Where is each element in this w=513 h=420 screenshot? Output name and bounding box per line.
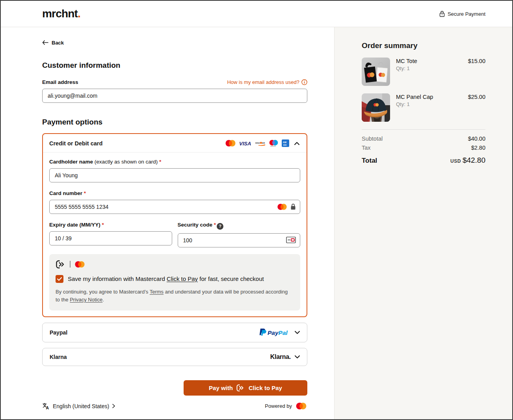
summary-divider (362, 129, 485, 130)
click-to-pay-link[interactable]: Click to Pay (167, 275, 198, 282)
svg-text:PayPal: PayPal (268, 329, 288, 336)
payment-options-title: Payment options (42, 118, 307, 126)
svg-text:VISA: VISA (239, 141, 251, 146)
field-lock-icon (290, 203, 296, 210)
total-label: Total (362, 157, 377, 165)
paypal-label: Paypal (50, 329, 67, 336)
svg-text:A: A (46, 406, 49, 410)
back-button[interactable]: Back (42, 40, 64, 46)
currency-code: USD (450, 158, 461, 164)
powered-by-label: Powered by (265, 403, 292, 409)
back-arrow-icon (42, 40, 48, 45)
secure-payment-label: Secure Payment (448, 11, 485, 17)
visa-icon: VISA (239, 141, 253, 146)
cvc-input[interactable] (178, 233, 301, 247)
lock-icon (439, 11, 445, 17)
card-payment-panel: Credit or Debit card VISA DISCER maestro (42, 133, 307, 317)
item-price: $25.00 (468, 93, 485, 122)
subtotal-value: $40.00 (468, 136, 485, 142)
checkout-form-pane: Back Customer information Email address … (1, 27, 334, 419)
save-info-checkbox[interactable] (56, 275, 63, 283)
back-label: Back (52, 40, 64, 46)
pay-button-suffix: Click to Pay (249, 385, 282, 391)
paypal-method-row[interactable]: Paypal PayPal (42, 323, 307, 342)
checkout-page: mrchnt. Secure Payment Back Customer inf… (0, 0, 513, 420)
footer-bar: A English (United States) Powered by (42, 402, 307, 410)
item-price: $15.00 (468, 58, 485, 86)
klarna-logo: Klarna. (270, 353, 291, 361)
language-chevron-icon (112, 404, 115, 408)
cvc-help-icon[interactable]: ? (217, 223, 223, 230)
secure-payment-badge: Secure Payment (439, 11, 485, 17)
svg-text:ER: ER (262, 141, 265, 144)
email-help-text: How is my email address used? (227, 79, 299, 85)
subtotal-label: Subtotal (362, 136, 383, 142)
svg-text:maestro: maestro (270, 145, 276, 147)
click-to-pay-box: Save my information with Mastercard Clic… (49, 254, 300, 310)
expiry-input[interactable] (49, 231, 172, 245)
total-row: Total USD$42.80 (362, 156, 485, 165)
cardholder-input[interactable] (49, 168, 300, 182)
merchant-logo-dot: . (78, 7, 80, 20)
pay-button[interactable]: Pay with Click to Pay (184, 380, 307, 396)
merchant-logo: mrchnt. (42, 7, 80, 20)
logo-separator (70, 261, 71, 268)
klarna-method-row[interactable]: Klarna Klarna. (42, 348, 307, 366)
svg-text:EX: EX (283, 144, 286, 146)
order-summary-title: Order summary (362, 41, 485, 50)
language-label: English (United States) (53, 403, 109, 409)
svg-text:AM: AM (283, 141, 286, 143)
item-name: MC Tote (396, 58, 462, 64)
card-method-label: Credit or Debit card (49, 140, 102, 147)
cvc-label: Security code *? (178, 222, 301, 230)
order-item-tote: MC Tote Qty: 1 $15.00 (362, 58, 485, 86)
item-name: MC Panel Cap (396, 94, 462, 100)
expiry-label: Expiry date (MM/YY) * (49, 222, 172, 228)
card-method-header[interactable]: Credit or Debit card VISA DISCER maestro (43, 134, 307, 152)
amex-icon: AMEX (282, 139, 289, 147)
terms-link[interactable]: Terms (150, 289, 164, 295)
maestro-icon: maestro (268, 139, 279, 147)
order-item-cap: MC Panel Cap Qty: 1 $25.00 (362, 93, 485, 122)
cardholder-label: Cardholder name (exactly as shown on car… (49, 159, 300, 165)
card-number-label: Card number * (49, 190, 300, 196)
cvc-card-icon (286, 237, 296, 243)
customer-info-title: Customer information (42, 61, 307, 70)
save-info-label: Save my information with Mastercard Clic… (68, 275, 264, 282)
card-brand-detected-icon (277, 203, 288, 210)
merchant-logo-text: mrchnt (42, 7, 78, 20)
klarna-label: Klarna (50, 354, 67, 360)
card-brand-icons: VISA DISCER maestro AMEX (225, 139, 299, 147)
card-form: Cardholder name (exactly as shown on car… (43, 152, 307, 316)
language-selector[interactable]: A English (United States) (42, 402, 115, 410)
svg-text:DISC: DISC (255, 141, 260, 144)
tax-value: $2.80 (471, 145, 485, 151)
subtotal-row: Subtotal $40.00 (362, 136, 485, 142)
tax-row: Tax $2.80 (362, 145, 485, 151)
cap-product-image (362, 93, 390, 122)
tax-label: Tax (362, 145, 371, 151)
powered-by: Powered by (265, 402, 307, 410)
info-icon (301, 79, 307, 85)
card-number-input[interactable] (49, 200, 300, 214)
click-to-pay-icon (56, 260, 66, 269)
click-to-pay-button-icon (236, 384, 245, 392)
email-input[interactable] (42, 89, 307, 103)
email-label: Email address (42, 79, 78, 85)
paypal-expand-chevron-icon (295, 331, 300, 334)
terms-text: By continuing, you agree to Mastercard’s… (56, 288, 292, 304)
top-bar: mrchnt. Secure Payment (1, 1, 512, 27)
order-summary-pane: Order summary (334, 27, 512, 419)
tote-product-image (362, 58, 390, 86)
translate-icon: A (42, 402, 50, 410)
mastercard-footer-icon (295, 402, 307, 410)
paypal-logo-icon: PayPal (259, 328, 291, 337)
privacy-notice-link[interactable]: Privacy Notice (70, 297, 102, 303)
pay-button-prefix: Pay with (209, 385, 233, 391)
discover-icon: DISCER (255, 141, 266, 146)
email-help-link[interactable]: How is my email address used? (227, 79, 307, 85)
item-qty: Qty: 1 (396, 65, 462, 71)
collapse-chevron-icon[interactable] (294, 142, 299, 145)
mastercard-small-icon (74, 261, 86, 268)
mastercard-icon (225, 139, 236, 147)
